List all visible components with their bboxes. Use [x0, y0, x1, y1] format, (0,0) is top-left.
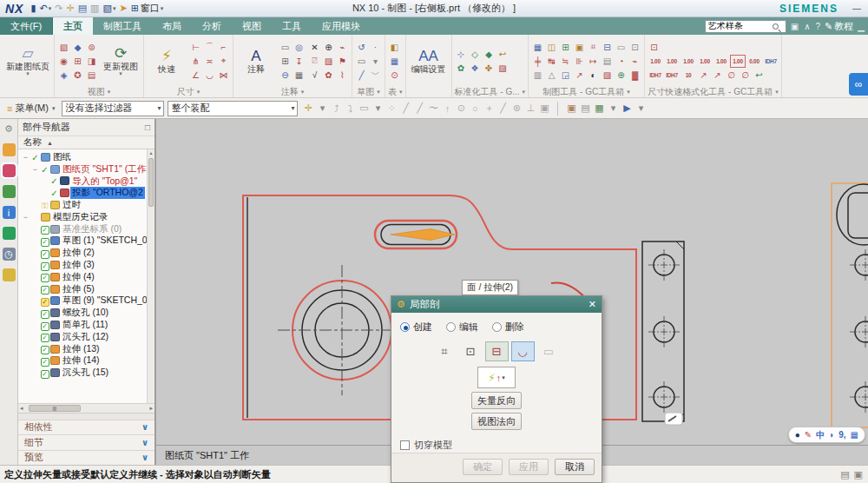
point-cloud-icon[interactable]: ⁘: [385, 103, 398, 114]
ribbon-icon[interactable]: ▧: [57, 41, 70, 54]
tree-item[interactable]: ✓拉伸 (2): [18, 247, 155, 259]
tree-expander-icon[interactable]: −: [22, 153, 30, 162]
ribbon-icon[interactable]: ▭: [355, 55, 368, 68]
dialog-title-bar[interactable]: ⚙ 局部剖 ✕: [391, 296, 602, 313]
ribbon-icon[interactable]: ◔: [615, 55, 628, 68]
ribbon-icon[interactable]: [731, 41, 744, 54]
ribbon-icon[interactable]: ⌒: [203, 41, 216, 54]
edit-settings-button[interactable]: AA编辑设置: [409, 47, 449, 75]
search-icon[interactable]: [773, 23, 779, 30]
group-dialog-launcher[interactable]: ▾: [775, 89, 779, 96]
extrusion-vector-arrow[interactable]: [391, 229, 455, 241]
status-window-icon[interactable]: ▤: [840, 469, 849, 480]
ribbon-icon[interactable]: ✤: [483, 62, 496, 75]
grid-caret-icon[interactable]: ▾: [606, 103, 620, 114]
ribbon-icon[interactable]: ⌗: [587, 41, 600, 54]
ribbon-icon[interactable]: ◆: [483, 48, 496, 61]
ribbon-icon[interactable]: [717, 41, 730, 54]
tree-item[interactable]: ✓沉头孔 (12): [18, 331, 155, 343]
end-point-icon[interactable]: ⤴: [329, 103, 343, 114]
ribbon-icon[interactable]: 1.00: [681, 55, 696, 68]
checkbox-icon[interactable]: ✓: [41, 358, 49, 367]
web-browser-icon[interactable]: [3, 227, 16, 240]
radio-创建[interactable]: 创建: [400, 321, 432, 334]
tree-item[interactable]: ✓拉伸 (3): [18, 259, 155, 271]
history-icon[interactable]: ◷: [3, 248, 16, 261]
section-预览[interactable]: 预览∨: [18, 450, 155, 466]
tab-application[interactable]: 应用模块: [312, 17, 371, 35]
ribbon-icon[interactable]: ↩: [496, 48, 510, 61]
ribbon-icon[interactable]: ❖: [469, 62, 482, 75]
ribbon-icon[interactable]: ✿: [455, 62, 468, 75]
show-shaded-icon[interactable]: ▣: [564, 103, 578, 114]
ribbon-icon[interactable]: ▨: [496, 62, 510, 75]
snap-point-icon[interactable]: ✛: [301, 103, 315, 114]
group-dialog-launcher[interactable]: ▾: [197, 89, 201, 96]
status-dock-icon[interactable]: ▣: [854, 469, 863, 480]
group-dialog-launcher[interactable]: ▾: [377, 89, 380, 96]
checkbox-icon[interactable]: ✓: [41, 262, 49, 271]
checkbox-icon[interactable]: ✓: [41, 274, 49, 282]
checkbox-suppressed-icon[interactable]: ✓: [41, 298, 49, 307]
tree-vertical-scrollbar[interactable]: ▴: [147, 149, 155, 403]
ribbon-icon[interactable]: ◈: [57, 69, 70, 82]
ribbon-icon[interactable]: ⌁: [336, 41, 349, 54]
ribbon-icon[interactable]: ↧: [293, 55, 306, 68]
slash-icon[interactable]: ╱: [496, 103, 510, 114]
section-细节[interactable]: 细节∨: [18, 434, 155, 450]
ime-halfwidth-icon[interactable]: ◗: [829, 430, 834, 440]
ribbon-icon[interactable]: ▥: [531, 69, 544, 82]
plus-icon[interactable]: ＋: [482, 102, 496, 115]
cut-icon[interactable]: ✛: [66, 3, 74, 14]
ribbon-icon[interactable]: ◨: [85, 55, 98, 68]
minimize-ribbon-icon[interactable]: ∧: [804, 22, 810, 31]
search-input[interactable]: [706, 22, 772, 31]
ribbon-icon[interactable]: ◫: [545, 41, 558, 54]
ribbon-icon[interactable]: [661, 41, 674, 54]
ribbon-icon[interactable]: ⚑: [336, 55, 349, 68]
ribbon-icon[interactable]: ⊙: [388, 69, 401, 82]
tab-drafting-tools[interactable]: 制图工具: [93, 17, 152, 35]
ribbon-icon[interactable]: [745, 41, 758, 54]
button-取消[interactable]: 取消: [555, 459, 595, 475]
ribbon-icon[interactable]: ⊡: [628, 41, 641, 54]
process-studio-icon[interactable]: [3, 268, 16, 281]
ribbon-icon[interactable]: ·: [369, 41, 382, 54]
tree-item[interactable]: −模型历史记录: [18, 211, 155, 223]
ribbon-icon[interactable]: ⊡: [648, 41, 661, 54]
ribbon-icon[interactable]: 1.00: [648, 55, 663, 68]
roles-float-button[interactable]: ∞: [849, 73, 868, 96]
drawing-right-view-holes[interactable]: [855, 255, 868, 407]
capture-icon[interactable]: ▧▾: [103, 3, 116, 14]
ribbon-icon[interactable]: ⊜: [85, 41, 98, 54]
touch-icon[interactable]: ➤: [119, 3, 127, 14]
copy-icon[interactable]: ▤: [78, 3, 87, 14]
window-menu-button[interactable]: ⊞ 窗口 ▾: [131, 2, 164, 15]
specify-vector-button[interactable]: ⚡ ↑ ▾: [477, 367, 516, 388]
redo-icon[interactable]: ↷: [55, 3, 62, 14]
ribbon-icon[interactable]: ◧: [388, 41, 401, 54]
tree-item[interactable]: ✓沉头孔 (15): [18, 367, 155, 379]
tree-item[interactable]: ✓草图 (9) "SKETCH_0...: [18, 295, 155, 308]
ribbon-icon[interactable]: ∠: [189, 69, 202, 82]
ribbon-icon[interactable]: ∅: [739, 69, 752, 82]
ribbon-icon[interactable]: ╱: [355, 69, 368, 82]
navigator-column-header[interactable]: 名称 ▲: [18, 136, 155, 149]
minimize-ribbon-button[interactable]: ▁: [858, 22, 865, 31]
indicate-extrusion-vector-step-icon[interactable]: ⊟: [485, 341, 509, 361]
ribbon-icon[interactable]: ⌖: [217, 55, 230, 68]
indicate-base-point-step-icon[interactable]: ⊡: [459, 341, 483, 361]
selection-filter-dropdown[interactable]: 没有选择过滤器▾: [62, 101, 164, 116]
ribbon-icon[interactable]: ≒: [559, 55, 572, 68]
section-相依性[interactable]: 相依性∨: [18, 420, 155, 435]
update-views-button[interactable]: ⟳更新视图▾: [101, 44, 141, 77]
snap-caret-icon[interactable]: ▾: [315, 103, 329, 114]
checkbox-icon[interactable]: ✓: [41, 286, 49, 294]
internet-icon[interactable]: i: [3, 206, 16, 219]
checkbox-icon[interactable]: ✓: [41, 322, 49, 331]
ribbon-icon[interactable]: ⊖: [279, 69, 292, 82]
ribbon-icon[interactable]: ▭: [615, 41, 628, 54]
tree-item[interactable]: ✓螺纹孔 (10): [18, 307, 155, 319]
ribbon-icon[interactable]: ⊞: [559, 41, 572, 54]
tab-home[interactable]: 主页: [53, 17, 93, 35]
